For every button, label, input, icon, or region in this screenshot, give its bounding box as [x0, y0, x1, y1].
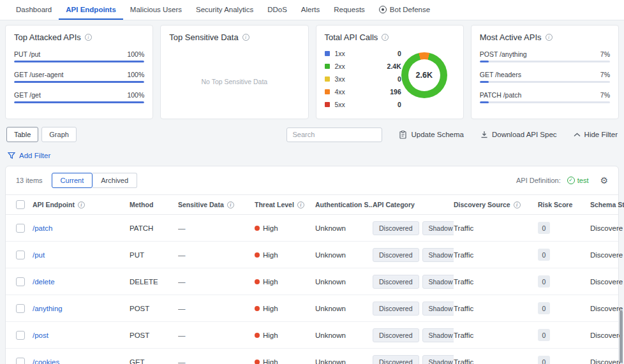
- legend-label: 1xx: [335, 50, 397, 57]
- info-icon[interactable]: [514, 201, 521, 208]
- endpoint-link[interactable]: /put: [33, 251, 45, 259]
- endpoint-link[interactable]: /anything: [33, 305, 63, 312]
- api-label: GET /get: [14, 91, 41, 99]
- summary-cards: Top Attacked APIs PUT /put100% GET /user…: [5, 25, 619, 119]
- current-archived-toggle: Current Archived: [52, 173, 137, 188]
- col-authentication[interactable]: Authentication S...: [315, 201, 373, 208]
- top-attacked-row: GET /get100%: [14, 91, 144, 103]
- top-attacked-row: PUT /put100%: [14, 50, 144, 62]
- table-row[interactable]: /put PUT — High Unknown DiscoveredShadow…: [6, 242, 618, 268]
- auth-status-cell: Unknown: [315, 251, 373, 259]
- progress-bar: [480, 101, 610, 103]
- col-sensitive-data[interactable]: Sensitive Data: [178, 201, 224, 208]
- table-view-button[interactable]: Table: [6, 127, 38, 142]
- api-pct: 7%: [600, 71, 610, 78]
- col-risk-score[interactable]: Risk Score: [538, 201, 572, 208]
- vertical-scrollbar[interactable]: [620, 310, 623, 363]
- info-icon[interactable]: [85, 34, 92, 41]
- download-api-spec-button[interactable]: Download API Spec: [480, 131, 557, 138]
- table-row[interactable]: /post POST — High Unknown DiscoveredShad…: [6, 322, 618, 349]
- progress-bar: [480, 81, 610, 83]
- nav-alerts[interactable]: Alerts: [294, 0, 327, 20]
- legend-swatch: [325, 76, 330, 82]
- endpoint-link[interactable]: /post: [33, 331, 48, 339]
- risk-score-badge: 0: [538, 302, 550, 314]
- row-checkbox[interactable]: [16, 224, 25, 233]
- api-label: POST /anything: [480, 50, 527, 58]
- col-threat-level[interactable]: Threat Level: [255, 201, 294, 208]
- api-label: GET /user-agent: [14, 71, 63, 78]
- api-label: PUT /put: [14, 50, 40, 58]
- graph-view-button[interactable]: Graph: [41, 127, 77, 142]
- nav-ddos[interactable]: DDoS: [260, 0, 294, 20]
- category-badge: Discovered: [373, 248, 419, 262]
- col-discovery-source[interactable]: Discovery Source: [454, 201, 510, 208]
- nav-bot-defense[interactable]: Bot Defense: [372, 0, 437, 20]
- api-definition-name: test: [577, 177, 589, 184]
- legend-value: 2.4K: [387, 62, 401, 70]
- nav-dashboard[interactable]: Dashboard: [9, 0, 59, 20]
- tab-archived[interactable]: Archived: [93, 173, 137, 188]
- endpoint-link[interactable]: /patch: [33, 224, 52, 232]
- table-row[interactable]: /cookies GET — High Unknown DiscoveredSh…: [6, 349, 618, 364]
- col-api-category[interactable]: API Category: [373, 201, 415, 208]
- category-badge: Discovered: [373, 275, 419, 289]
- info-icon[interactable]: [227, 201, 234, 208]
- legend-swatch: [325, 51, 330, 56]
- nav-requests[interactable]: Requests: [327, 0, 372, 20]
- table-row[interactable]: /delete DELETE — High Unknown Discovered…: [6, 268, 618, 295]
- update-schema-label: Update Schema: [411, 131, 463, 138]
- info-icon[interactable]: [546, 34, 553, 41]
- row-checkbox[interactable]: [16, 251, 25, 259]
- category-badge: Discovered: [373, 302, 419, 316]
- info-icon[interactable]: [297, 201, 304, 208]
- download-api-spec-label: Download API Spec: [492, 131, 557, 138]
- nav-label: Dashboard: [16, 6, 52, 13]
- auth-status-cell: Unknown: [315, 331, 373, 339]
- hide-filter-label: Hide Filter: [584, 131, 618, 138]
- api-endpoints-table-panel: 13 items Current Archived API Definition…: [5, 166, 619, 364]
- row-checkbox[interactable]: [16, 304, 25, 313]
- add-filter-button[interactable]: Add Filter: [5, 152, 619, 159]
- auth-status-cell: Unknown: [315, 358, 373, 364]
- api-pct: 7%: [600, 91, 610, 99]
- threat-dot-icon: [255, 226, 260, 231]
- add-filter-label: Add Filter: [19, 152, 50, 159]
- threat-level-cell: High: [263, 224, 278, 232]
- select-all-checkbox[interactable]: [16, 200, 25, 209]
- col-method[interactable]: Method: [130, 201, 153, 208]
- legend-value: 0: [397, 101, 401, 108]
- tab-current[interactable]: Current: [52, 173, 93, 188]
- hide-filter-button[interactable]: Hide Filter: [574, 131, 618, 138]
- table-row[interactable]: /patch PATCH — High Unknown DiscoveredSh…: [6, 215, 618, 242]
- legend-label: 5xx: [335, 101, 397, 108]
- endpoint-link[interactable]: /cookies: [33, 358, 59, 364]
- row-checkbox[interactable]: [16, 331, 25, 340]
- api-label: PATCH /patch: [480, 91, 522, 99]
- info-icon[interactable]: [382, 34, 389, 41]
- category-badge: Discovered: [373, 355, 419, 364]
- sensitive-data-cell: —: [178, 358, 255, 364]
- col-api-endpoint[interactable]: API Endpoint: [33, 201, 75, 208]
- endpoint-link[interactable]: /delete: [33, 278, 55, 286]
- info-icon[interactable]: [242, 34, 249, 41]
- nav-security-analytics[interactable]: Security Analytics: [189, 0, 260, 20]
- row-checkbox[interactable]: [16, 277, 25, 286]
- nav-api-endpoints[interactable]: API Endpoints: [59, 0, 123, 20]
- empty-state-text: No Top Sensitive Data: [161, 45, 308, 119]
- category-badge: Shadow: [422, 355, 454, 364]
- discovery-source-cell: Traffic: [454, 251, 538, 259]
- nav-malicious-users[interactable]: Malicious Users: [123, 0, 189, 20]
- threat-level-cell: High: [263, 331, 278, 339]
- col-schema-status[interactable]: Schema St: [590, 201, 624, 208]
- top-sensitive-data-card: Top Sensitive Data No Top Sensitive Data: [160, 25, 308, 119]
- search-input[interactable]: [286, 127, 382, 142]
- update-schema-button[interactable]: Update Schema: [399, 131, 463, 139]
- bot-defense-icon: [379, 6, 387, 13]
- api-definition-value[interactable]: test: [567, 177, 589, 184]
- legend-value: 196: [390, 88, 401, 96]
- info-icon[interactable]: [78, 201, 85, 208]
- table-row[interactable]: /anything POST — High Unknown Discovered…: [6, 295, 618, 322]
- row-checkbox[interactable]: [16, 358, 25, 364]
- gear-icon[interactable]: ⚙: [600, 175, 608, 186]
